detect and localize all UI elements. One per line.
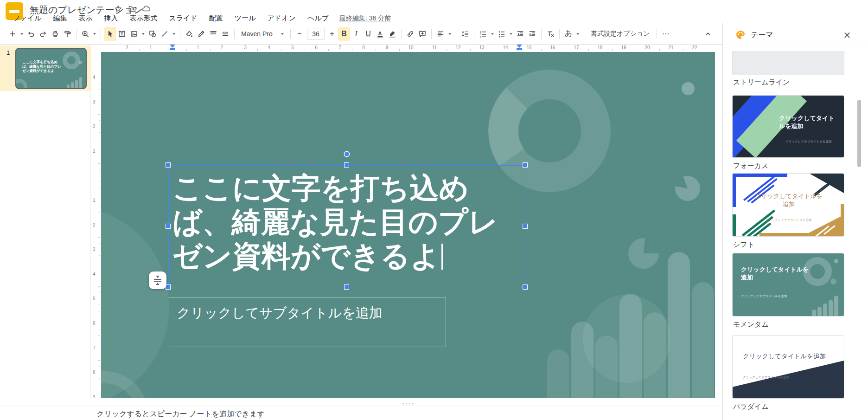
clear-formatting-button[interactable] — [544, 27, 556, 41]
resize-handle-e[interactable] — [523, 224, 527, 228]
border-color-button[interactable] — [195, 27, 207, 41]
left-indent-marker[interactable] — [170, 45, 175, 50]
menu-format[interactable]: 表示形式 — [127, 13, 160, 24]
slide-thumbnail[interactable]: ここに文字を打ち込め ば、綺麗な見た目のプレ ゼン資料ができるよ — [15, 48, 87, 89]
menu-tools[interactable]: ツール — [232, 13, 259, 24]
line-spacing-button[interactable] — [459, 27, 471, 41]
new-slide-button[interactable] — [6, 27, 19, 41]
underline-button[interactable]: U — [362, 27, 374, 41]
italic-button[interactable]: I — [350, 27, 362, 41]
increase-font-button[interactable]: + — [326, 27, 338, 41]
panel-scrollbar[interactable] — [857, 100, 861, 167]
cloud-status-icon[interactable] — [142, 5, 151, 14]
new-slide-dropdown-icon[interactable] — [19, 27, 25, 41]
border-weight-button[interactable] — [207, 27, 219, 41]
more-options-button[interactable]: ⋯ — [660, 27, 672, 41]
menu-file[interactable]: ファイル — [10, 13, 44, 24]
toolbar: Maven Pro − 36 + B I U A 123 あ 書式設定オプション — [0, 23, 722, 45]
menu-help[interactable]: ヘルプ — [305, 13, 332, 24]
theme-card-shift[interactable]: クリックしてタイトルを追加 クリックしてサブタイトルを追加 — [732, 173, 844, 237]
zoom-dropdown-icon[interactable] — [91, 27, 98, 41]
toolbar-separator — [559, 29, 560, 39]
vertical-ruler[interactable]: 4321123456789 — [91, 52, 101, 398]
image-dropdown-icon[interactable] — [140, 27, 147, 41]
resize-handle-nw[interactable] — [166, 163, 170, 167]
align-button[interactable] — [434, 27, 447, 41]
move-folder-icon[interactable] — [128, 5, 137, 14]
title-text-box[interactable]: ここに文字を打ち込め ば、綺麗な見た目のプレ ゼン資料ができるよ — [168, 165, 525, 287]
close-panel-icon[interactable]: ✕ — [842, 30, 853, 41]
bold-button[interactable]: B — [338, 27, 350, 41]
speaker-notes-placeholder[interactable]: クリックするとスピーカー ノートを追加できます — [96, 409, 265, 419]
insert-image-button[interactable] — [128, 27, 140, 41]
fill-color-button[interactable] — [183, 27, 195, 41]
numbered-list-button[interactable]: 123 — [477, 27, 489, 41]
font-size-input[interactable]: 36 — [307, 28, 325, 40]
align-dropdown-icon[interactable] — [447, 27, 453, 41]
bulleted-list-button[interactable] — [496, 27, 508, 41]
horizontal-ruler[interactable]: 2112345678910111213141516171819202122 — [101, 45, 715, 52]
resize-handle-sw[interactable] — [166, 285, 170, 289]
text-box-button[interactable] — [116, 27, 128, 41]
menu-insert[interactable]: 挿入 — [101, 13, 121, 24]
undo-button[interactable] — [25, 27, 37, 41]
last-edit-link[interactable]: 最終編集: 36 分前 — [338, 13, 393, 24]
menu-slide[interactable]: スライド — [166, 13, 200, 24]
menu-edit[interactable]: 編集 — [50, 13, 70, 24]
menu-arrange[interactable]: 配置 — [206, 13, 226, 24]
increase-indent-button[interactable] — [526, 27, 538, 41]
decrease-font-button[interactable]: − — [294, 27, 306, 41]
input-tools-dropdown-icon[interactable] — [574, 27, 581, 41]
notes-drag-handle[interactable] — [402, 403, 414, 404]
slide-thumbnail-row[interactable]: 1 ここに文字を打ち込め ば、綺麗な見た目のプレ ゼン資料ができるよ — [0, 45, 91, 91]
theme-card-momentum[interactable]: クリックしてタイトルを追加 クリックしてサブタイトルを追加 — [732, 253, 844, 317]
resize-handle-n[interactable] — [345, 163, 349, 167]
slide-number: 1 — [6, 49, 10, 56]
slide-title-text[interactable]: ここに文字を打ち込め ば、綺麗な見た目のプレ ゼン資料ができるよ — [172, 171, 498, 273]
add-comment-button[interactable] — [416, 27, 428, 41]
highlight-color-button[interactable] — [386, 27, 398, 41]
numbered-list-dropdown-icon[interactable] — [489, 27, 496, 41]
bulleted-list-dropdown-icon[interactable] — [508, 27, 514, 41]
notes-divider[interactable] — [0, 406, 722, 406]
text-color-button[interactable]: A — [374, 27, 386, 41]
toolbar-separator — [541, 29, 542, 39]
font-family-value: Maven Pro — [241, 30, 279, 38]
decrease-indent-button[interactable] — [514, 27, 526, 41]
autofit-button[interactable] — [149, 271, 166, 289]
theme-card-paradigm[interactable]: クリックしてタイトルを追加 クリックしてサブタイトルを追加 — [732, 335, 844, 399]
theme-label-shift: シフト — [733, 240, 754, 249]
resize-handle-w[interactable] — [166, 224, 170, 228]
collapse-toolbar-icon[interactable] — [702, 27, 714, 41]
menu-view[interactable]: 表示 — [76, 13, 95, 24]
resize-handle-s[interactable] — [345, 285, 349, 289]
insert-link-button[interactable] — [404, 27, 416, 41]
font-family-select[interactable]: Maven Pro — [237, 27, 287, 41]
redo-button[interactable] — [37, 27, 49, 41]
resize-handle-se[interactable] — [523, 285, 527, 289]
menu-addons[interactable]: アドオン — [265, 13, 299, 24]
toolbar-separator — [290, 29, 291, 39]
print-button[interactable] — [49, 27, 61, 41]
zoom-button[interactable] — [79, 27, 91, 41]
shift-decor — [733, 174, 787, 177]
shift-card-title: クリックしてタイトルを追加 — [752, 192, 825, 208]
right-indent-marker[interactable] — [517, 45, 522, 50]
insert-line-button[interactable] — [159, 27, 171, 41]
rotate-handle[interactable] — [345, 152, 349, 156]
input-tools-button[interactable]: あ — [562, 27, 574, 41]
line-dropdown-icon[interactable] — [171, 27, 177, 41]
subtitle-text-box[interactable]: クリックしてサブタイトルを追加 — [169, 297, 446, 347]
border-dash-button[interactable] — [219, 27, 231, 41]
star-icon[interactable] — [114, 5, 123, 14]
resize-handle-ne[interactable] — [523, 163, 527, 167]
paint-format-button[interactable] — [61, 27, 73, 41]
theme-label-streamline: ストリームライン — [733, 78, 790, 87]
theme-card-streamline[interactable] — [732, 51, 844, 75]
format-options-button[interactable]: 書式設定オプション — [587, 27, 654, 41]
select-tool-button[interactable] — [104, 27, 116, 41]
insert-shape-button[interactable] — [147, 27, 159, 41]
slide-canvas[interactable]: ここに文字を打ち込め ば、綺麗な見た目のプレ ゼン資料ができるよ クリックしてサ… — [101, 52, 715, 398]
toolbar-separator — [584, 29, 584, 39]
theme-card-focus[interactable]: クリックしてタイトルを追加 クリックしてサブタイトルを追加 — [732, 95, 844, 158]
